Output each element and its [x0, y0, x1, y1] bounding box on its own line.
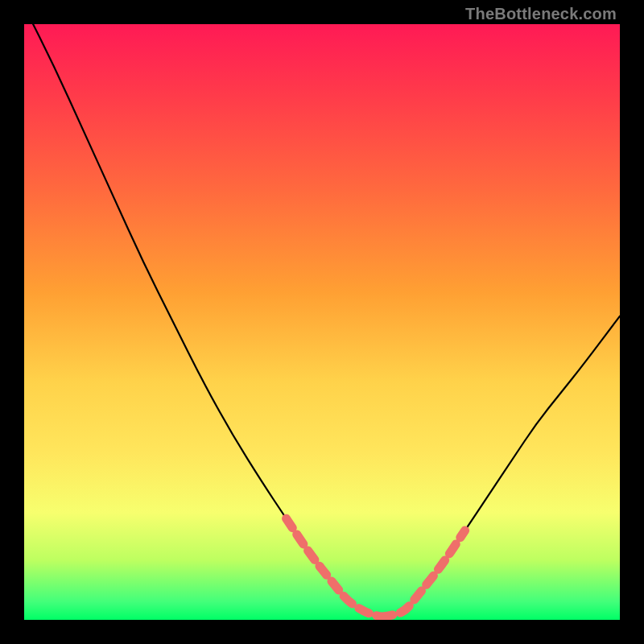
highlight-segment-left	[287, 518, 382, 617]
plot-area	[24, 24, 620, 620]
chart-stage: TheBottleneck.com	[0, 0, 644, 644]
highlight-segment-right	[382, 530, 465, 617]
watermark-text: TheBottleneck.com	[465, 5, 617, 23]
main-curve	[24, 24, 620, 617]
curve-layer	[24, 24, 620, 620]
